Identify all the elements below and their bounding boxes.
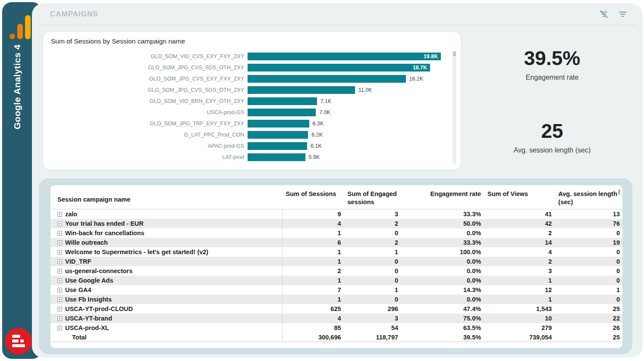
column-header-engagement-rate[interactable]: Engagement rate xyxy=(401,185,484,209)
column-header-session-campaign-name[interactable]: Session campaign name xyxy=(50,185,282,209)
bar-category-label: G_LAT_PPC_Prod_CON xyxy=(49,132,248,138)
campaign-name: VID_TRF xyxy=(65,258,91,265)
bar-category-label: USCA-prod-GS xyxy=(49,109,248,115)
campaign-name: Total xyxy=(57,334,87,341)
expand-icon[interactable] xyxy=(57,278,62,283)
table-row[interactable]: Your trial has ended - EUR 4 2 50.0% 42 … xyxy=(50,219,622,228)
sum-of-views-value: 12 xyxy=(484,286,554,293)
table-row[interactable]: USCA-prod-XL 85 54 63.5% 279 26 xyxy=(50,323,622,333)
ga-logo-tall-bar xyxy=(25,15,31,39)
sum-of-views-value: 2 xyxy=(484,230,554,237)
filter-icon[interactable] xyxy=(616,8,629,21)
expand-icon[interactable] xyxy=(57,307,62,311)
campaign-name: Win-back for cancellations xyxy=(65,230,145,237)
sum-of-views-value: 739,054 xyxy=(484,334,554,341)
sm-logo-bar xyxy=(12,339,19,342)
expand-icon[interactable] xyxy=(57,221,62,226)
chart-scrollbar[interactable] xyxy=(452,51,456,164)
bar-category-label: APAC-prod-GS xyxy=(49,143,248,149)
campaign-name: Use GA4 xyxy=(65,286,91,293)
expand-icon[interactable] xyxy=(57,316,62,321)
table-header-row: Session campaign name Sum of Sessions Su… xyxy=(50,185,622,209)
sum-of-views-value: 1 xyxy=(484,277,554,284)
campaign-name: Welcome to Supermetrics - let's get star… xyxy=(65,249,208,255)
chart-title: Sum of Sessions by Session campaign name xyxy=(43,32,461,45)
campaign-name: Use Fb Insights xyxy=(65,296,112,303)
table-row[interactable]: USCA-YT-prod-CLOUD 625 296 47.4% 1,543 2… xyxy=(50,304,622,314)
avg-session-length-value: 26 xyxy=(554,324,622,331)
bar[interactable] xyxy=(248,86,355,94)
avg-session-length-value: 1 xyxy=(554,286,622,293)
column-header-sum-of-sessions[interactable]: Sum of Sessions xyxy=(282,185,343,209)
expand-icon[interactable] xyxy=(57,269,62,274)
kpi-label: Avg. session length (sec) xyxy=(472,146,632,154)
expand-icon[interactable] xyxy=(57,250,62,255)
engagement-rate-value: 0.0% xyxy=(401,277,484,284)
chart-scrollbar-thumb[interactable] xyxy=(453,51,456,56)
avg-session-length-value: 0 xyxy=(554,230,622,237)
bar[interactable] xyxy=(248,97,317,105)
table-total-row: Total 300,696 118,797 39.5% 739,054 25 xyxy=(50,333,622,342)
bar-value-label: 7.1K xyxy=(320,98,332,104)
table-row[interactable]: us-general-connectors 2 0 0.0% 3 0 xyxy=(50,266,622,276)
table-scrollbar-thumb[interactable] xyxy=(618,189,620,195)
table-row[interactable]: Welcome to Supermetrics - let's get star… xyxy=(50,247,622,257)
sum-of-sessions-value: 9 xyxy=(282,209,344,219)
bar[interactable] xyxy=(248,131,308,139)
ga-logo-mid-bar xyxy=(17,24,23,39)
campaign-name: Use Google Ads xyxy=(65,277,113,284)
bar[interactable] xyxy=(248,142,307,150)
engagement-rate-value: 50.0% xyxy=(401,220,484,227)
kpi-avg-session-length: 25 Avg. session length (sec) xyxy=(472,81,632,154)
bar[interactable] xyxy=(248,109,316,116)
header-icons xyxy=(597,8,629,21)
column-header-sum-of-views[interactable]: Sum of Views xyxy=(484,185,554,209)
bar[interactable]: 18.7K xyxy=(248,64,430,72)
table-row[interactable]: VID_TRF 1 0 0.0% 2 0 xyxy=(50,257,622,266)
bar[interactable] xyxy=(248,153,305,161)
bar[interactable] xyxy=(248,75,406,83)
bar-chart-row: USCA-prod-GS 7.0K xyxy=(49,107,448,118)
bar-category-label: LAT-prod xyxy=(49,154,248,160)
expand-icon[interactable] xyxy=(57,259,62,264)
sum-of-views-value: 2 xyxy=(484,258,554,265)
campaign-name: USCA-prod-XL xyxy=(65,324,109,331)
page: Google Analytics 4 CAMPAIGNS xyxy=(0,0,644,361)
table-row[interactable]: Use Fb Insights 1 0 0.0% 1 0 xyxy=(50,295,622,304)
avg-session-length-value: 0 xyxy=(554,258,622,265)
expand-icon[interactable] xyxy=(57,231,62,236)
sum-of-sessions-value: 1 xyxy=(282,257,344,266)
table-body: zalo 9 3 33.3% 41 13 Your trial has ende… xyxy=(50,209,622,342)
table-row[interactable]: Win-back for cancellations 1 0 0.0% 2 0 xyxy=(50,228,622,238)
bar[interactable] xyxy=(248,120,309,128)
bar-category-label: GLO_SOM_JPG_CVS_SGS_OTH_ZXY xyxy=(49,87,248,93)
clear-filter-icon[interactable] xyxy=(597,8,610,21)
expand-icon[interactable] xyxy=(57,212,62,217)
table-row[interactable]: Wille outreach 6 2 33.3% 14 19 xyxy=(50,238,622,247)
engagement-rate-value: 63.5% xyxy=(401,324,484,331)
column-header-sum-of-engaged-sessions[interactable]: Sum of Engaged sessions xyxy=(344,185,401,209)
column-header-avg-session-length[interactable]: Avg. session length (sec) xyxy=(554,185,622,209)
table-row[interactable]: Use GA4 7 1 14.3% 12 1 xyxy=(50,285,622,295)
avg-session-length-value: 0 xyxy=(554,268,622,274)
expand-icon[interactable] xyxy=(57,240,62,245)
sum-of-views-value: 41 xyxy=(484,211,554,218)
campaign-name: Your trial has ended - EUR xyxy=(65,220,144,227)
table-section: Session campaign name Sum of Sessions Su… xyxy=(39,178,632,354)
bar[interactable]: 19.8K xyxy=(248,53,441,60)
expand-icon[interactable] xyxy=(57,326,62,330)
table-row[interactable]: USCA-YT-brand 4 3 75.0% 10 22 xyxy=(50,314,622,323)
engagement-rate-value: 47.4% xyxy=(401,305,484,312)
bar-chart-row: GLO_SOM_VID_BRN_EXY_OTH_ZXY 7.1K xyxy=(49,96,448,107)
table-row[interactable]: zalo 9 3 33.3% 41 13 xyxy=(50,209,622,219)
sum-of-engaged-sessions-value: 296 xyxy=(344,305,401,312)
sum-of-engaged-sessions-value: 2 xyxy=(344,239,401,246)
sm-logo-bar xyxy=(20,339,24,342)
page-title: CAMPAIGNS xyxy=(50,10,98,19)
expand-icon[interactable] xyxy=(57,288,62,293)
supermetrics-logo-icon[interactable] xyxy=(5,328,32,355)
campaign-name: zalo xyxy=(65,211,77,218)
table-row[interactable]: Use Google Ads 1 0 0.0% 1 0 xyxy=(50,276,622,285)
expand-icon[interactable] xyxy=(57,297,62,302)
bar-chart-row: GLO_SOM_JPG_CVS_SDS_OTH_ZXY 18.7K xyxy=(49,62,448,73)
